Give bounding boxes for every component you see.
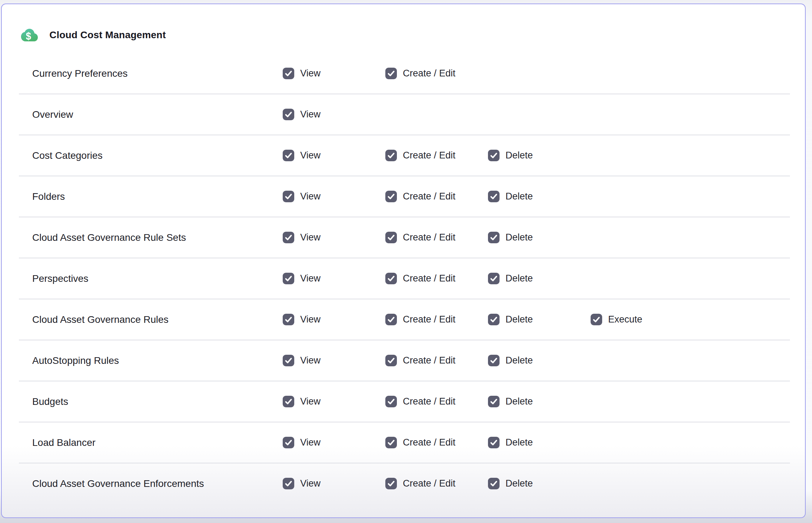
permission-label: View (300, 150, 321, 161)
resource-label: Folders (32, 191, 283, 202)
checkbox-checked-icon[interactable] (591, 314, 602, 325)
permission-label: View (300, 478, 321, 489)
permission-create_edit-checkbox[interactable]: Create / Edit (385, 437, 488, 448)
permission-view-checkbox[interactable]: View (283, 478, 385, 489)
checkbox-checked-icon[interactable] (385, 273, 397, 284)
permission-row: PerspectivesViewCreate / EditDelete (19, 258, 790, 299)
permission-label: Delete (505, 191, 533, 202)
checkbox-checked-icon[interactable] (488, 396, 500, 407)
permission-label: Create / Edit (403, 314, 455, 325)
permission-label: View (300, 396, 321, 407)
permission-row: Cost CategoriesViewCreate / EditDelete (19, 135, 790, 176)
permission-label: Delete (505, 232, 533, 243)
checkbox-checked-icon[interactable] (385, 314, 397, 325)
permission-label: Execute (608, 314, 642, 325)
permission-delete-checkbox[interactable]: Delete (488, 396, 591, 407)
checkbox-checked-icon[interactable] (385, 191, 397, 202)
permission-view-checkbox[interactable]: View (283, 68, 385, 79)
permission-row: Cloud Asset Governance Rule SetsViewCrea… (19, 217, 790, 258)
permission-view-checkbox[interactable]: View (283, 396, 385, 407)
permission-create_edit-checkbox[interactable]: Create / Edit (385, 150, 488, 161)
permission-delete-checkbox[interactable]: Delete (488, 232, 591, 243)
permission-view-checkbox[interactable]: View (283, 437, 385, 448)
checkbox-checked-icon[interactable] (283, 68, 294, 79)
permission-delete-checkbox[interactable]: Delete (488, 478, 591, 489)
permission-label: View (300, 437, 321, 448)
checkbox-checked-icon[interactable] (283, 191, 294, 202)
permission-create_edit-checkbox[interactable]: Create / Edit (385, 355, 488, 366)
checkbox-checked-icon[interactable] (283, 109, 294, 120)
permission-view-checkbox[interactable]: View (283, 355, 385, 366)
permission-label: View (300, 355, 321, 366)
permission-row: Cloud Asset Governance RulesViewCreate /… (19, 299, 790, 340)
checkbox-checked-icon[interactable] (488, 355, 500, 366)
permission-view-checkbox[interactable]: View (283, 232, 385, 243)
permission-delete-checkbox[interactable]: Delete (488, 273, 591, 284)
checkbox-checked-icon[interactable] (283, 478, 294, 489)
permission-view-checkbox[interactable]: View (283, 191, 385, 202)
permission-delete-checkbox[interactable]: Delete (488, 355, 591, 366)
checkbox-checked-icon[interactable] (488, 478, 500, 489)
checkbox-checked-icon[interactable] (283, 232, 294, 243)
permission-rows: Currency PreferencesViewCreate / EditOve… (19, 53, 790, 504)
permission-create_edit-checkbox[interactable]: Create / Edit (385, 314, 488, 325)
permission-label: View (300, 314, 321, 325)
permission-label: Create / Edit (403, 273, 455, 284)
permission-label: Delete (505, 478, 533, 489)
permission-label: Create / Edit (403, 150, 455, 161)
permission-create_edit-checkbox[interactable]: Create / Edit (385, 273, 488, 284)
resource-label: Perspectives (32, 273, 283, 284)
permission-create_edit-checkbox[interactable]: Create / Edit (385, 478, 488, 489)
checkbox-checked-icon[interactable] (283, 314, 294, 325)
permission-view-checkbox[interactable]: View (283, 109, 385, 120)
checkbox-checked-icon[interactable] (283, 396, 294, 407)
permission-label: Delete (505, 396, 533, 407)
permission-create_edit-checkbox[interactable]: Create / Edit (385, 68, 488, 79)
checkbox-checked-icon[interactable] (283, 437, 294, 448)
checkbox-checked-icon[interactable] (385, 478, 397, 489)
permission-label: Create / Edit (403, 232, 455, 243)
checkbox-checked-icon[interactable] (385, 68, 397, 79)
checkbox-checked-icon[interactable] (488, 273, 500, 284)
checkbox-checked-icon[interactable] (385, 355, 397, 366)
checkbox-checked-icon[interactable] (385, 150, 397, 161)
page-title: Cloud Cost Management (49, 29, 166, 41)
checkbox-checked-icon[interactable] (488, 191, 500, 202)
resource-label: AutoStopping Rules (32, 355, 283, 366)
permission-row: Currency PreferencesViewCreate / Edit (19, 53, 790, 94)
permission-row: BudgetsViewCreate / EditDelete (19, 381, 790, 422)
checkbox-checked-icon[interactable] (385, 232, 397, 243)
permission-row: AutoStopping RulesViewCreate / EditDelet… (19, 340, 790, 381)
permission-label: Create / Edit (403, 68, 455, 79)
checkbox-checked-icon[interactable] (488, 232, 500, 243)
checkbox-checked-icon[interactable] (385, 437, 397, 448)
checkbox-checked-icon[interactable] (283, 150, 294, 161)
checkbox-checked-icon[interactable] (488, 314, 500, 325)
permission-label: Create / Edit (403, 191, 455, 202)
checkbox-checked-icon[interactable] (283, 273, 294, 284)
checkbox-checked-icon[interactable] (488, 150, 500, 161)
permission-create_edit-checkbox[interactable]: Create / Edit (385, 232, 488, 243)
resource-label: Cloud Asset Governance Rules (32, 314, 283, 325)
permission-delete-checkbox[interactable]: Delete (488, 314, 591, 325)
permission-create_edit-checkbox[interactable]: Create / Edit (385, 191, 488, 202)
resource-label: Cloud Asset Governance Enforcements (32, 478, 283, 489)
section-header: $ Cloud Cost Management (21, 27, 166, 43)
checkbox-checked-icon[interactable] (488, 437, 500, 448)
permission-label: Create / Edit (403, 396, 455, 407)
permission-row: FoldersViewCreate / EditDelete (19, 176, 790, 217)
checkbox-checked-icon[interactable] (385, 396, 397, 407)
permission-label: Delete (505, 314, 533, 325)
permission-view-checkbox[interactable]: View (283, 273, 385, 284)
permission-view-checkbox[interactable]: View (283, 314, 385, 325)
permission-create_edit-checkbox[interactable]: Create / Edit (385, 396, 488, 407)
permission-delete-checkbox[interactable]: Delete (488, 191, 591, 202)
permission-delete-checkbox[interactable]: Delete (488, 437, 591, 448)
svg-text:$: $ (26, 30, 31, 42)
permission-view-checkbox[interactable]: View (283, 150, 385, 161)
permission-label: View (300, 109, 321, 120)
permission-execute-checkbox[interactable]: Execute (591, 314, 790, 325)
permission-label: View (300, 191, 321, 202)
permission-delete-checkbox[interactable]: Delete (488, 150, 591, 161)
checkbox-checked-icon[interactable] (283, 355, 294, 366)
